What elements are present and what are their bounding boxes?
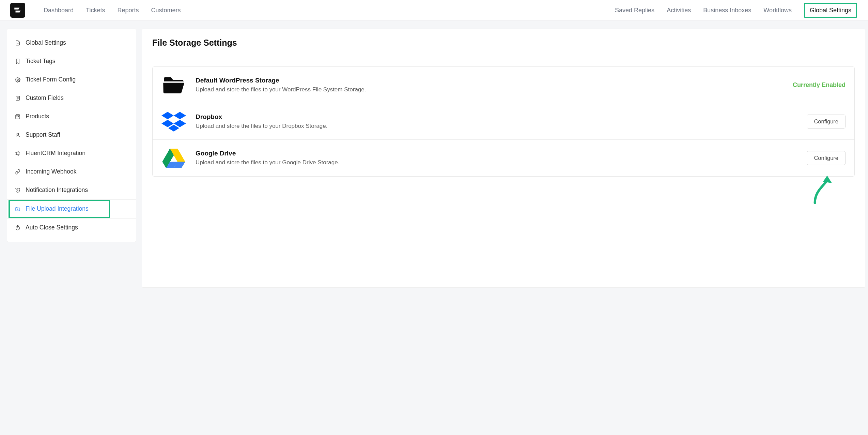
sidebar-item-label: Support Staff <box>26 132 60 138</box>
dropbox-icon <box>161 110 186 132</box>
main-header: File Storage Settings <box>142 29 865 57</box>
nav-workflows[interactable]: Workflows <box>763 7 792 13</box>
sidebar-item-global-settings[interactable]: Global Settings <box>7 34 136 52</box>
nav-dashboard[interactable]: Dashboard <box>44 7 74 13</box>
nav-business-inboxes[interactable]: Business Inboxes <box>703 7 751 13</box>
nav-global-settings[interactable]: Global Settings <box>804 3 857 18</box>
nav-right: Saved Replies Activities Business Inboxe… <box>615 3 857 18</box>
storage-list: Default WordPress Storage Upload and sto… <box>152 66 855 177</box>
nav-activities[interactable]: Activities <box>667 7 691 13</box>
sidebar-item-label: Incoming Webhook <box>26 169 77 175</box>
storage-row-google-drive: Google Drive Upload and store the files … <box>153 140 854 176</box>
sidebar-item-ticket-tags[interactable]: Ticket Tags <box>7 52 136 71</box>
nav-saved-replies[interactable]: Saved Replies <box>615 7 654 13</box>
status-enabled: Currently Enabled <box>793 81 846 89</box>
configure-button-google-drive[interactable]: Configure <box>807 151 846 165</box>
storage-desc: Upload and store the files to your Googl… <box>196 159 797 166</box>
svg-marker-7 <box>174 112 186 119</box>
sidebar-item-label: Ticket Tags <box>26 58 56 64</box>
storage-desc: Upload and store the files to your WordP… <box>196 86 783 93</box>
sidebar-item-label: Auto Close Settings <box>26 225 78 231</box>
alarm-clock-icon <box>15 187 21 193</box>
sidebar-item-label: Products <box>26 114 49 120</box>
google-drive-icon <box>161 147 186 169</box>
sidebar-item-label: Global Settings <box>26 40 66 46</box>
nav-reports[interactable]: Reports <box>117 7 139 13</box>
storage-row-wordpress: Default WordPress Storage Upload and sto… <box>153 67 854 103</box>
svg-rect-3 <box>16 152 19 155</box>
storage-row-dropbox: Dropbox Upload and store the files to yo… <box>153 103 854 140</box>
annotation-arrow-icon <box>811 174 835 205</box>
gear-icon <box>15 77 21 83</box>
sidebar-item-label: Custom Fields <box>26 95 64 101</box>
folder-icon <box>161 74 186 96</box>
sidebar-item-label: File Upload Integrations <box>26 206 89 212</box>
page-title: File Storage Settings <box>152 38 855 48</box>
bookmark-icon <box>15 58 21 64</box>
sidebar: Global Settings Ticket Tags Ticket Form … <box>7 29 136 242</box>
chip-icon <box>15 150 21 156</box>
svg-marker-21 <box>823 176 832 183</box>
svg-marker-6 <box>161 112 174 119</box>
sidebar-item-support-staff[interactable]: Support Staff <box>7 126 136 144</box>
storage-title: Google Drive <box>196 150 797 157</box>
sidebar-item-incoming-webhook[interactable]: Incoming Webhook <box>7 163 136 181</box>
topbar: Dashboard Tickets Reports Customers Save… <box>0 0 868 20</box>
main-panel: File Storage Settings Default WordPress … <box>142 29 865 288</box>
storage-desc: Upload and store the files to your Dropb… <box>196 123 797 130</box>
document-icon <box>15 40 21 46</box>
svg-point-2 <box>17 133 18 135</box>
nav-left: Dashboard Tickets Reports Customers <box>44 7 615 13</box>
sidebar-item-ticket-form-config[interactable]: Ticket Form Config <box>7 71 136 89</box>
app-logo <box>10 3 25 18</box>
svg-point-0 <box>17 79 18 80</box>
sidebar-item-products[interactable]: Products <box>7 107 136 126</box>
link-icon <box>15 169 21 175</box>
sidebar-item-label: Ticket Form Config <box>26 77 76 83</box>
user-icon <box>15 132 21 138</box>
sidebar-item-fluentcrm-integration[interactable]: FluentCRM Integration <box>7 144 136 163</box>
sidebar-item-label: FluentCRM Integration <box>26 150 86 156</box>
sidebar-item-label: Notification Integrations <box>26 187 88 193</box>
sidebar-item-custom-fields[interactable]: Custom Fields <box>7 89 136 107</box>
svg-point-5 <box>16 226 20 230</box>
sidebar-item-auto-close-settings[interactable]: Auto Close Settings <box>7 219 136 237</box>
storage-title: Dropbox <box>196 113 797 121</box>
nav-customers[interactable]: Customers <box>151 7 181 13</box>
logo-icon <box>13 6 22 15</box>
shopping-bag-icon <box>15 114 21 120</box>
configure-button-dropbox[interactable]: Configure <box>807 115 846 129</box>
nav-tickets[interactable]: Tickets <box>86 7 105 13</box>
sidebar-item-notification-integrations[interactable]: Notification Integrations <box>7 181 136 199</box>
page: Global Settings Ticket Tags Ticket Form … <box>0 20 868 288</box>
storage-title: Default WordPress Storage <box>196 77 783 84</box>
list-icon <box>15 95 21 101</box>
sidebar-item-file-upload-integrations[interactable]: File Upload Integrations <box>7 199 136 219</box>
stopwatch-icon <box>15 225 21 231</box>
upload-folder-icon <box>15 206 21 212</box>
